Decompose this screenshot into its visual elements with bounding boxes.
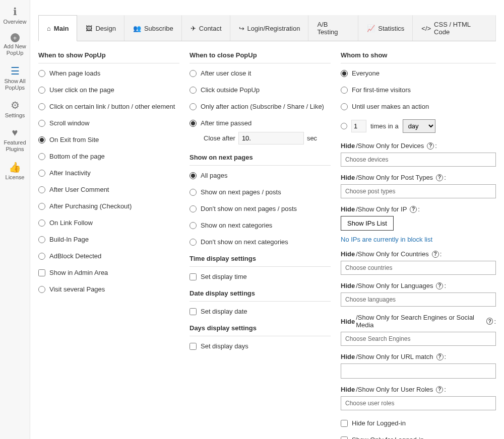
when-close-radio[interactable] xyxy=(190,70,197,77)
hide-logged-in-checkbox[interactable] xyxy=(341,420,348,427)
tab-ab-testing[interactable]: A/B Testing xyxy=(308,15,358,41)
help-icon[interactable]: ? xyxy=(436,386,443,393)
sidebar-item-show-all[interactable]: ☰ Show All PopUps xyxy=(0,62,30,96)
when-show-radio[interactable] xyxy=(38,87,45,94)
whom-radio[interactable] xyxy=(341,70,348,77)
next-pages-radio[interactable] xyxy=(190,205,197,212)
radio-label[interactable]: Build-In Page xyxy=(49,236,89,243)
next-pages-radio[interactable] xyxy=(190,172,197,179)
radio-label[interactable]: Until user makes an action xyxy=(352,103,429,110)
radio-label[interactable]: Click on certain link / button / other e… xyxy=(49,103,175,110)
when-show-radio[interactable] xyxy=(38,136,45,143)
radio-label[interactable]: Click outside PopUp xyxy=(201,86,260,94)
radio-label[interactable]: Show on next pages / posts xyxy=(201,188,281,196)
radio-label[interactable]: After Inactivity xyxy=(49,169,91,177)
sidebar-item-settings[interactable]: ⚙ Settings xyxy=(0,96,30,124)
help-icon[interactable]: ? xyxy=(436,174,443,181)
radio-label[interactable]: Show on next categories xyxy=(201,222,272,229)
choose-input[interactable] xyxy=(341,363,496,379)
radio-label[interactable]: Bottom of the page xyxy=(49,153,105,160)
when-close-radio[interactable] xyxy=(190,103,197,110)
radio-label[interactable]: All pages xyxy=(201,172,227,179)
times-unit-select[interactable]: day xyxy=(403,119,435,133)
tab-login[interactable]: ↪Login/Registration xyxy=(230,15,309,41)
whom-radio[interactable] xyxy=(341,87,348,94)
radio-label[interactable]: Don't show on next categories xyxy=(201,238,288,246)
tab-statistics[interactable]: 📈Statistics xyxy=(358,15,413,41)
choose-input[interactable]: Choose devices xyxy=(341,153,496,167)
tab-css-html[interactable]: </>CSS / HTML Code xyxy=(413,15,496,41)
help-icon[interactable]: ? xyxy=(427,142,434,150)
choose-input[interactable]: Choose post types xyxy=(341,184,496,198)
show-admin-checkbox[interactable] xyxy=(38,269,45,276)
visit-pages-radio[interactable] xyxy=(38,286,45,293)
checkbox-label[interactable]: Set display time xyxy=(201,273,247,280)
next-pages-radio[interactable] xyxy=(190,222,197,229)
radio-label[interactable]: After Purchasing (Checkout) xyxy=(49,202,132,210)
help-icon[interactable]: ? xyxy=(436,353,444,360)
checkbox-label[interactable]: Hide for Logged-in xyxy=(352,419,406,427)
when-show-radio[interactable] xyxy=(38,103,45,110)
next-pages-radio[interactable] xyxy=(190,189,197,196)
radio-label[interactable]: After user close it xyxy=(201,69,251,77)
times-input[interactable] xyxy=(351,120,366,132)
help-icon[interactable]: ? xyxy=(432,251,439,258)
help-icon[interactable]: ? xyxy=(486,318,493,325)
show-ips-button[interactable]: Show IPs List xyxy=(341,216,394,231)
close-after-input[interactable] xyxy=(238,132,304,144)
checkbox-label[interactable]: Show in Admin Area xyxy=(49,269,108,276)
when-show-radio[interactable] xyxy=(38,220,45,227)
choose-input[interactable]: Choose Search Engines xyxy=(341,332,496,346)
tab-label: Statistics xyxy=(378,25,404,32)
radio-label[interactable]: For first-time visitors xyxy=(352,86,411,94)
hide-ip-label: Hide/Show Only for IP ? : xyxy=(341,205,496,213)
radio-label[interactable]: Only after action (Subscribe / Share / L… xyxy=(201,103,324,110)
tab-subscribe[interactable]: 👥Subscribe xyxy=(124,15,182,41)
help-icon[interactable]: ? xyxy=(410,206,417,213)
radio-label[interactable]: After time passed xyxy=(201,119,251,127)
sidebar-item-add-new[interactable]: + Add New PopUp xyxy=(0,30,30,61)
when-close-radio[interactable] xyxy=(190,120,197,127)
when-show-radio[interactable] xyxy=(38,153,45,160)
choose-input[interactable]: Choose countries xyxy=(341,261,496,275)
display-date-checkbox[interactable] xyxy=(190,308,197,315)
sidebar-item-license[interactable]: 👍 License xyxy=(0,158,30,186)
radio-label[interactable]: Don't show on next pages / posts xyxy=(201,205,297,212)
radio-label[interactable]: After User Comment xyxy=(49,186,109,193)
hide-rest: /Show Only for URL match xyxy=(356,353,433,360)
radio-label[interactable]: AdBlock Detected xyxy=(49,252,101,260)
choose-input[interactable]: Choose languages xyxy=(341,292,496,307)
tab-main[interactable]: ⌂Main xyxy=(38,15,77,41)
when-show-radio[interactable] xyxy=(38,236,45,243)
sidebar-item-overview[interactable]: ℹ Overview xyxy=(0,3,30,30)
when-show-radio[interactable] xyxy=(38,203,45,210)
when-show-radio[interactable] xyxy=(38,253,45,260)
radio-label[interactable]: Scroll window xyxy=(49,119,89,127)
checkbox-label[interactable]: Set display date xyxy=(201,308,247,315)
choose-input[interactable]: Choose user roles xyxy=(341,396,496,410)
radio-label[interactable]: Visit several Pages xyxy=(49,285,105,293)
sidebar-item-featured[interactable]: ♥ Featured Plugins xyxy=(0,124,30,158)
radio-label[interactable]: On Exit from Site xyxy=(49,136,99,143)
display-days-checkbox[interactable] xyxy=(190,343,197,350)
image-icon: 🖼 xyxy=(86,25,92,32)
tab-design[interactable]: 🖼Design xyxy=(77,15,124,41)
show-logged-in-checkbox[interactable] xyxy=(341,436,348,440)
radio-label[interactable]: On Link Follow xyxy=(49,219,93,227)
when-show-radio[interactable] xyxy=(38,70,45,77)
when-show-radio[interactable] xyxy=(38,170,45,177)
help-icon[interactable]: ? xyxy=(436,282,443,289)
times-radio[interactable] xyxy=(341,123,347,129)
checkbox-label[interactable]: Show Only for Logged-in xyxy=(352,436,424,439)
when-show-radio[interactable] xyxy=(38,186,45,193)
when-close-radio[interactable] xyxy=(190,87,197,94)
when-show-radio[interactable] xyxy=(38,120,45,127)
radio-label[interactable]: User click on the page xyxy=(49,86,114,94)
radio-label[interactable]: Everyone xyxy=(352,69,380,77)
display-time-checkbox[interactable] xyxy=(190,273,197,280)
checkbox-label[interactable]: Set display days xyxy=(201,342,248,350)
radio-label[interactable]: When page loads xyxy=(49,69,100,77)
tab-contact[interactable]: ✈Contact xyxy=(182,15,230,41)
whom-radio[interactable] xyxy=(341,103,348,110)
next-pages-radio[interactable] xyxy=(190,239,197,246)
